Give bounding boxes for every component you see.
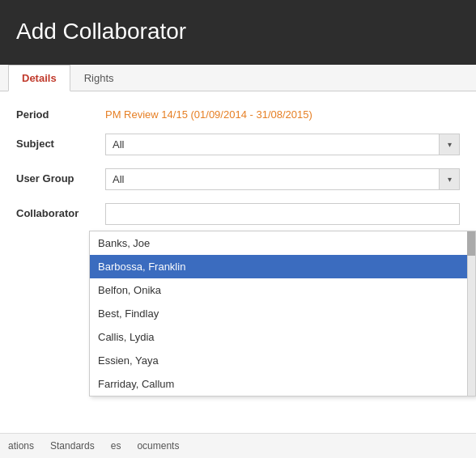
collaborator-input-wrapper (105, 203, 460, 225)
list-item[interactable]: Essien, Yaya (90, 349, 475, 372)
period-value: PM Review 14/15 (01/09/2014 - 31/08/2015… (105, 104, 460, 121)
user-group-select[interactable]: All (105, 168, 460, 190)
user-group-label: User Group (16, 168, 105, 184)
scrollbar-thumb[interactable] (467, 231, 475, 256)
list-item[interactable]: Callis, Lydia (90, 325, 475, 349)
bottom-nav: ations Standards es ocuments (0, 433, 476, 458)
period-row: Period PM Review 14/15 (01/09/2014 - 31/… (16, 104, 460, 121)
bottom-nav-item-ations[interactable]: ations (8, 440, 34, 452)
user-group-row: User Group All ▾ (16, 168, 460, 190)
subject-select[interactable]: All (105, 134, 460, 155)
page-header: Add Collaborator (0, 0, 476, 65)
bottom-nav-item-es[interactable]: es (111, 440, 121, 452)
collaborator-row: Collaborator (16, 203, 460, 225)
tab-rights[interactable]: Rights (70, 65, 128, 91)
period-label: Period (16, 104, 105, 121)
list-item[interactable]: Barbossa, Franklin (90, 255, 475, 278)
bottom-nav-item-standards[interactable]: Standards (50, 440, 95, 452)
collaborator-input[interactable] (105, 203, 460, 225)
collaborator-dropdown: Banks, Joe Barbossa, Franklin Belfon, On… (89, 231, 476, 397)
subject-label: Subject (16, 134, 105, 150)
tab-bar: Details Rights (0, 65, 476, 91)
collaborator-label: Collaborator (16, 203, 105, 219)
main-content: Details Rights Period PM Review 14/15 (0… (0, 65, 476, 458)
form-area: Period PM Review 14/15 (01/09/2014 - 31/… (0, 91, 476, 251)
page-title: Add Collaborator (16, 19, 186, 45)
tab-details[interactable]: Details (8, 65, 70, 91)
bottom-nav-item-documents[interactable]: ocuments (137, 440, 179, 452)
subject-row: Subject All ▾ (16, 134, 460, 155)
subject-select-wrapper: All ▾ (105, 134, 460, 155)
user-group-select-wrapper: All ▾ (105, 168, 460, 190)
scrollbar-track (467, 231, 475, 396)
list-item[interactable]: Best, Findlay (90, 302, 475, 325)
list-item[interactable]: Belfon, Onika (90, 278, 475, 302)
list-item[interactable]: Banks, Joe (90, 231, 475, 255)
list-item[interactable]: Farriday, Callum (90, 372, 475, 396)
dropdown-scroll-area[interactable]: Banks, Joe Barbossa, Franklin Belfon, On… (90, 231, 475, 396)
